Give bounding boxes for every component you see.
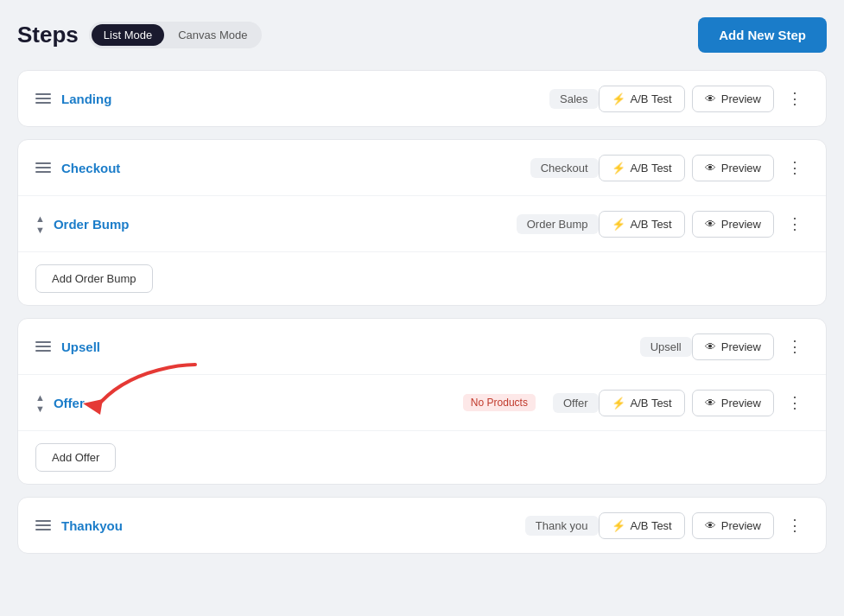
eye-icon4: 👁 [705,340,716,353]
upsell-card: Upsell Upsell 👁 Preview ⋮ ▲ ▼ Offer No P… [17,318,827,485]
eye-icon: 👁 [705,92,716,105]
thankyou-name[interactable]: Thankyou [61,518,508,533]
order-bump-ab-test-button[interactable]: ⚡ A/B Test [599,211,685,238]
upsell-actions: 👁 Preview ⋮ [692,333,809,360]
add-new-step-button[interactable]: Add New Step [698,17,827,53]
upsell-preview-button[interactable]: 👁 Preview [692,333,774,360]
offer-name[interactable]: Offer [54,396,456,410]
add-offer-row: Add Offer [18,431,826,484]
ab-test-icon: ⚡ [612,92,625,105]
order-bump-name[interactable]: Order Bump [54,217,499,232]
drag-handle-checkout[interactable] [35,162,51,173]
order-bump-ab-label: A/B Test [631,218,672,231]
checkout-badge: Checkout [530,158,599,178]
checkout-preview-button[interactable]: 👁 Preview [692,155,774,181]
drag-handle-thankyou[interactable] [35,520,51,530]
drag-handle-landing[interactable] [35,93,51,104]
landing-row: Landing Sales ⚡ A/B Test 👁 Preview ⋮ [18,71,826,126]
ab-icon: ⚡ [612,162,625,175]
ab-icon3: ⚡ [612,218,625,231]
offer-preview-button[interactable]: 👁 Preview [692,390,774,416]
upsell-row: Upsell Upsell 👁 Preview ⋮ [18,319,826,375]
offer-chevron[interactable]: ▲ ▼ [35,392,45,414]
ab-icon6: ⚡ [612,519,625,532]
offer-more-button[interactable]: ⋮ [781,389,809,416]
offer-badge: Offer [553,393,599,413]
upsell-more-button[interactable]: ⋮ [781,333,809,360]
landing-name[interactable]: Landing [61,92,532,106]
upsell-name[interactable]: Upsell [61,340,623,354]
ab-icon5: ⚡ [612,397,625,410]
offer-ab-test-button[interactable]: ⚡ A/B Test [599,390,685,416]
no-products-badge: No Products [463,394,536,411]
landing-ab-test-button[interactable]: ⚡ A/B Test [599,86,685,112]
eye-icon5: 👁 [705,397,716,410]
thankyou-row: Thankyou Thank you ⚡ A/B Test 👁 Preview … [18,498,826,553]
checkout-card: Checkout Checkout ⚡ A/B Test 👁 Preview ⋮… [17,139,827,306]
order-bump-badge: Order Bump [517,214,599,234]
offer-ab-label: A/B Test [631,397,672,410]
add-order-bump-row: Add Order Bump [18,252,826,305]
order-bump-row: ▲ ▼ Order Bump Order Bump ⚡ A/B Test 👁 P… [18,196,826,252]
order-bump-preview-button[interactable]: 👁 Preview [692,211,774,238]
order-bump-more-button[interactable]: ⋮ [781,210,809,238]
upsell-badge: Upsell [640,337,692,357]
page-header: Steps List Mode Canvas Mode Add New Step [17,17,827,53]
offer-actions: ⚡ A/B Test 👁 Preview ⋮ [599,389,809,416]
upsell-preview-label: Preview [721,340,761,353]
thankyou-actions: ⚡ A/B Test 👁 Preview ⋮ [599,511,809,539]
thankyou-preview-button[interactable]: 👁 Preview [692,512,774,539]
checkout-actions: ⚡ A/B Test 👁 Preview ⋮ [599,154,809,181]
add-order-bump-button[interactable]: Add Order Bump [35,264,153,293]
offer-row: ▲ ▼ Offer No Products Offer ⚡ A/B Test 👁… [18,375,826,431]
eye-icon3: 👁 [705,218,716,231]
landing-preview-label: Preview [721,92,761,105]
checkout-name[interactable]: Checkout [61,161,513,175]
landing-preview-button[interactable]: 👁 Preview [692,86,774,112]
page-title: Steps [17,22,79,48]
thankyou-ab-label: A/B Test [631,519,672,532]
checkout-more-button[interactable]: ⋮ [781,154,809,181]
thankyou-more-button[interactable]: ⋮ [781,511,809,539]
order-bump-actions: ⚡ A/B Test 👁 Preview ⋮ [599,210,809,238]
canvas-mode-button[interactable]: Canvas Mode [166,24,259,46]
order-bump-preview-label: Preview [721,218,761,231]
add-offer-button[interactable]: Add Offer [35,443,116,472]
landing-actions: ⚡ A/B Test 👁 Preview ⋮ [599,85,809,112]
landing-card: Landing Sales ⚡ A/B Test 👁 Preview ⋮ [17,70,827,127]
checkout-preview-label: Preview [721,162,761,175]
order-bump-chevron[interactable]: ▲ ▼ [35,213,45,235]
eye-icon2: 👁 [705,162,716,175]
mode-toggle: List Mode Canvas Mode [89,22,263,48]
checkout-ab-label: A/B Test [631,162,672,175]
eye-icon6: 👁 [705,519,716,532]
thankyou-badge: Thank you [525,516,599,536]
list-mode-button[interactable]: List Mode [92,24,164,46]
header-left: Steps List Mode Canvas Mode [17,22,262,48]
landing-badge: Sales [549,89,599,109]
thankyou-preview-label: Preview [721,519,761,532]
checkout-ab-test-button[interactable]: ⚡ A/B Test [599,155,685,181]
checkout-row: Checkout Checkout ⚡ A/B Test 👁 Preview ⋮ [18,140,826,196]
offer-preview-label: Preview [721,397,761,410]
thankyou-card: Thankyou Thank you ⚡ A/B Test 👁 Preview … [17,497,827,554]
landing-more-button[interactable]: ⋮ [781,85,809,112]
thankyou-ab-test-button[interactable]: ⚡ A/B Test [599,512,685,539]
landing-ab-label: A/B Test [631,92,672,105]
drag-handle-upsell[interactable] [35,341,51,352]
